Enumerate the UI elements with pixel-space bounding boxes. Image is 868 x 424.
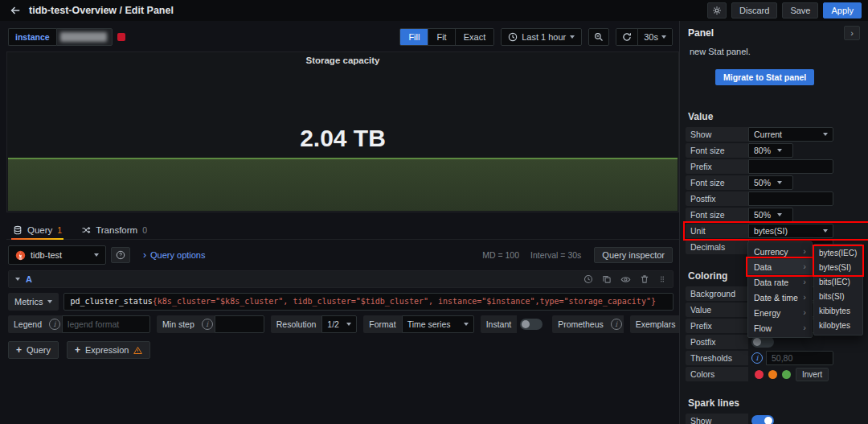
discard-button[interactable]: Discard	[731, 2, 777, 19]
query-inspector-button[interactable]: Query inspector	[594, 247, 673, 263]
unit-select[interactable]: bytes(SI)	[748, 224, 833, 238]
unit-category-data-rate[interactable]: Data rate ›	[748, 274, 812, 290]
duplicate-icon[interactable]	[602, 274, 612, 284]
resolution-value: 1/2	[327, 319, 339, 329]
chevron-down-icon	[823, 229, 828, 233]
apply-button[interactable]: Apply	[823, 2, 862, 19]
tab-query[interactable]: Query 1	[11, 225, 63, 239]
unit-category-energy[interactable]: Energy ›	[748, 305, 812, 320]
query-history-icon[interactable]	[583, 274, 593, 284]
info-icon: i	[200, 315, 215, 333]
prefix-input[interactable]	[748, 159, 833, 174]
thresholds-label: Thresholds	[686, 351, 748, 365]
threshold-color-dot-green[interactable]	[782, 370, 791, 379]
chevron-down-icon	[346, 323, 351, 326]
unit-category-data[interactable]: Data ›	[748, 259, 812, 274]
chevron-right-icon: ›	[143, 250, 146, 260]
menu-item-label: Energy	[754, 308, 780, 318]
eye-icon[interactable]	[620, 274, 631, 285]
query-stats: MD = 100 Interval = 30s	[482, 250, 581, 260]
gear-icon	[712, 6, 722, 15]
threshold-color-dot-orange[interactable]	[768, 370, 777, 379]
prefix-font-size-select[interactable]: 50%	[748, 175, 793, 190]
query-row-actions	[583, 274, 666, 285]
show-label: Show	[686, 127, 748, 142]
prometheus-icon	[15, 250, 26, 261]
fill-button[interactable]: Fill	[400, 29, 428, 45]
thresholds-input[interactable]	[766, 351, 833, 365]
menu-item-label: Date & time	[754, 293, 798, 303]
unit-option-bits-si[interactable]: bits(SI)	[814, 290, 862, 304]
min-step-input[interactable]	[215, 315, 264, 333]
tab-query-label: Query	[27, 225, 52, 235]
variable-instance-dropdown[interactable]	[56, 28, 113, 46]
thresholds-row: Thresholds i	[686, 351, 868, 365]
collapse-sidebar-button[interactable]: ›	[844, 26, 860, 40]
unit-value: bytes(SI)	[754, 226, 788, 236]
unit-option-kilobytes[interactable]: kilobytes	[814, 319, 862, 333]
time-range-picker[interactable]: Last 1 hour	[501, 28, 582, 46]
invert-colors-button[interactable]: Invert	[796, 368, 829, 381]
options-sidebar: Panel › new Stat panel. Migrate to Stat …	[679, 21, 868, 424]
time-range-label: Last 1 hour	[522, 32, 566, 42]
instant-label: Instant	[481, 315, 518, 333]
instant-toggle[interactable]	[520, 319, 542, 330]
sidebar-header: Panel ›	[680, 21, 868, 45]
colors-row: Colors Invert	[686, 367, 868, 381]
datasource-help-button[interactable]	[111, 247, 130, 263]
add-expression-button[interactable]: + Expression	[67, 341, 150, 359]
postfix-color-toggle[interactable]	[751, 336, 774, 348]
fit-button[interactable]: Fit	[428, 29, 455, 45]
legend-format-input[interactable]	[62, 315, 150, 333]
unit-category-currency[interactable]: Currency ›	[748, 244, 812, 259]
zoom-out-button[interactable]	[588, 28, 609, 46]
font-size-row: Font size 80%	[686, 143, 868, 158]
unit-option-bytes-iec[interactable]: bytes(IEC)	[814, 246, 862, 261]
collapse-row-icon[interactable]	[15, 278, 20, 281]
format-select[interactable]: Time series	[402, 315, 474, 333]
value-font-size-select[interactable]: 80%	[748, 143, 793, 158]
show-value: Current	[754, 130, 782, 139]
unit-option-kibibytes[interactable]: kibibytes	[814, 304, 862, 319]
panel-big-value: 2.04 TB	[7, 125, 678, 152]
info-icon: i	[47, 315, 62, 333]
unit-option-bytes-si[interactable]: bytes(SI)	[814, 261, 862, 275]
save-button[interactable]: Save	[782, 2, 818, 19]
threshold-color-dot-red[interactable]	[755, 370, 764, 379]
refresh-interval-dropdown[interactable]: 30s	[638, 29, 672, 45]
chevron-right-icon: ›	[803, 247, 806, 256]
back-button[interactable]	[6, 2, 24, 19]
chevron-right-icon: ›	[803, 262, 806, 271]
unit-category-flow[interactable]: Flow ›	[748, 320, 812, 335]
migrate-to-stat-button[interactable]: Migrate to Stat panel	[715, 69, 814, 85]
postfix-font-size-select[interactable]: 50%	[748, 208, 793, 222]
tab-query-count: 1	[57, 225, 62, 235]
add-query-button[interactable]: + Query	[8, 341, 59, 359]
tab-transform[interactable]: Transform 0	[80, 225, 149, 239]
tab-transform-count: 0	[142, 225, 147, 235]
query-expression-input[interactable]: pd_cluster_status{k8s_cluster="$k8s_clus…	[63, 293, 674, 311]
unit-category-date-time[interactable]: Date & time ›	[748, 290, 812, 305]
prefix-label: Prefix	[686, 159, 748, 174]
resolution-select[interactable]: 1/2	[321, 315, 357, 333]
refresh-interval-label: 30s	[644, 32, 658, 42]
magnifier-icon	[594, 32, 604, 42]
metrics-dropdown[interactable]: Metrics	[8, 293, 59, 311]
drag-handle-icon[interactable]	[658, 274, 666, 284]
font-size-row: Font size 50%	[686, 175, 868, 190]
refresh-button[interactable]	[616, 29, 638, 45]
trash-icon[interactable]	[640, 274, 649, 284]
sparkline-show-toggle[interactable]	[751, 415, 774, 424]
exact-button[interactable]: Exact	[456, 29, 494, 45]
show-select[interactable]: Current	[748, 127, 833, 142]
query-options-toggle[interactable]: › Query options	[143, 250, 205, 260]
unit-option-bits-iec[interactable]: bits(IEC)	[814, 275, 862, 290]
prefix-color-label: Prefix	[686, 319, 748, 333]
plus-icon: +	[75, 344, 80, 356]
tab-transform-label: Transform	[96, 225, 137, 235]
panel-settings-button[interactable]	[707, 2, 727, 19]
datasource-picker[interactable]: tidb-test	[8, 245, 106, 265]
chevron-down-icon	[570, 35, 575, 39]
postfix-input[interactable]	[748, 191, 833, 206]
unit-category-menu: Currency › Data › Data rate › Date & tim…	[747, 241, 813, 338]
